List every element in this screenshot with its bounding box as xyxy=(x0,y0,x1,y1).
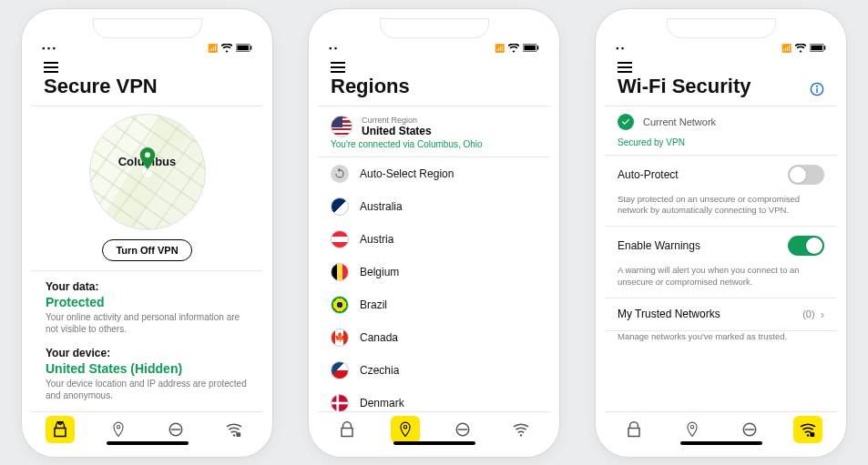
page-title: Wi-Fi Security xyxy=(605,73,764,106)
enable-warnings-desc: A warning will alert you when you connec… xyxy=(605,265,837,298)
show-ip-link[interactable]: Show My Current IP xyxy=(31,404,263,411)
phone-secure-vpn: ▪ ▪ ▪ 📶 Secure VPN Columbus xyxy=(22,9,272,457)
auto-protect-row: Auto-Protect xyxy=(605,156,837,194)
region-item-czechia[interactable]: Czechia xyxy=(318,354,550,387)
svg-rect-21 xyxy=(811,45,822,51)
statusbar-carrier: ▪ ▪ ▪ xyxy=(42,44,56,53)
region-item-label: Belgium xyxy=(360,266,399,278)
home-indicator[interactable] xyxy=(393,441,475,445)
your-data-desc: Your online activity and personal inform… xyxy=(46,311,249,336)
tab-wifi[interactable] xyxy=(793,416,822,443)
your-device-label: Your device: xyxy=(46,347,249,359)
status-bar: ▪ ▪ 📶 xyxy=(605,38,837,58)
tab-block[interactable] xyxy=(448,416,477,443)
tab-vpn[interactable] xyxy=(619,416,648,443)
page-title: Secure VPN xyxy=(31,73,263,106)
signal-icon: 📶 xyxy=(208,44,218,53)
svg-point-26 xyxy=(690,426,693,429)
chevron-right-icon: › xyxy=(821,308,824,321)
menu-button[interactable] xyxy=(618,62,632,73)
home-indicator[interactable] xyxy=(107,441,189,445)
statusbar-carrier: ▪ ▪ xyxy=(616,44,624,53)
tab-wifi[interactable] xyxy=(506,416,536,443)
flag-austria-icon xyxy=(331,230,349,248)
svg-rect-25 xyxy=(816,87,817,92)
region-item-label: Czechia xyxy=(360,364,399,377)
current-region-row[interactable]: Current Region United States xyxy=(318,106,550,139)
region-item-canada[interactable]: 🍁Canada xyxy=(318,321,550,354)
trusted-networks-count: (0) xyxy=(802,308,814,319)
phone-wifi-security: ▪ ▪ 📶 Wi-Fi Security Current Network Sec… xyxy=(596,9,846,457)
content[interactable]: Current Region United States You're conn… xyxy=(318,106,550,411)
svg-rect-13 xyxy=(332,401,348,404)
secured-text: Secured by VPN xyxy=(605,137,837,155)
tab-vpn[interactable] xyxy=(46,416,75,443)
region-item-label: Canada xyxy=(360,331,398,344)
region-item-austria[interactable]: Austria xyxy=(318,223,550,256)
flag-belgium-icon xyxy=(331,263,349,281)
tab-block[interactable] xyxy=(161,416,190,443)
tab-block[interactable] xyxy=(735,416,764,443)
svg-point-7 xyxy=(233,434,235,436)
trusted-networks-desc: Manage networks you've marked as trusted… xyxy=(605,331,837,352)
svg-rect-8 xyxy=(237,432,241,437)
home-indicator[interactable] xyxy=(680,441,762,445)
status-bar: ▪ ▪ ▪ 📶 xyxy=(31,38,263,58)
battery-icon xyxy=(236,44,252,52)
current-network-label: Current Network xyxy=(643,116,716,127)
your-data-value: Protected xyxy=(46,295,249,309)
trusted-networks-label: My Trusted Networks xyxy=(618,308,720,320)
auto-protect-toggle[interactable] xyxy=(788,165,824,185)
enable-warnings-row: Enable Warnings xyxy=(605,227,837,265)
tab-location[interactable] xyxy=(104,416,133,443)
status-bar: ▪ ▪ 📶 xyxy=(318,38,550,58)
content: Columbus Turn Off VPN Your data: Protect… xyxy=(31,106,263,411)
secured-check-icon xyxy=(618,114,634,130)
auto-select-icon xyxy=(331,165,349,183)
battery-icon xyxy=(810,44,826,52)
map-pin-icon xyxy=(139,147,156,169)
flag-australia-icon xyxy=(331,197,349,216)
region-item-denmark[interactable]: Denmark xyxy=(318,387,550,411)
content: Current Network Secured by VPN Auto-Prot… xyxy=(605,106,837,411)
menu-button[interactable] xyxy=(331,62,345,73)
auto-protect-desc: Stay protected on an unsecure or comprom… xyxy=(605,194,837,227)
region-item-belgium[interactable]: Belgium xyxy=(318,256,550,288)
svg-point-16 xyxy=(403,426,406,429)
svg-rect-1 xyxy=(237,45,248,51)
menu-button[interactable] xyxy=(44,62,58,73)
signal-icon: 📶 xyxy=(495,44,505,53)
wifi-icon xyxy=(795,44,806,53)
svg-rect-2 xyxy=(250,45,251,49)
enable-warnings-label: Enable Warnings xyxy=(618,239,700,252)
page-title: Regions xyxy=(318,73,550,106)
svg-point-4 xyxy=(117,426,119,429)
enable-warnings-toggle[interactable] xyxy=(788,236,824,256)
battery-icon xyxy=(523,44,539,52)
connected-via-text: You're connected via Columbus, Ohio xyxy=(318,139,550,157)
current-region-name: United States xyxy=(362,125,432,137)
auto-select-label: Auto-Select Region xyxy=(360,167,454,180)
svg-rect-11 xyxy=(537,45,538,49)
wifi-icon xyxy=(508,44,519,53)
tab-location[interactable] xyxy=(391,416,420,443)
toggle-vpn-button[interactable]: Turn Off VPN xyxy=(102,239,191,261)
svg-rect-22 xyxy=(824,45,825,49)
trusted-networks-row[interactable]: My Trusted Networks (0) › xyxy=(605,298,837,330)
svg-point-19 xyxy=(520,434,522,436)
signal-icon: 📶 xyxy=(781,44,791,53)
tab-wifi[interactable] xyxy=(220,416,249,443)
tab-vpn[interactable] xyxy=(332,416,362,443)
your-device-value: United States (Hidden) xyxy=(46,361,249,376)
tab-location[interactable] xyxy=(678,416,707,443)
region-item-label: Denmark xyxy=(360,397,404,409)
flag-canada-icon: 🍁 xyxy=(331,329,349,347)
info-icon[interactable] xyxy=(810,82,824,96)
svg-point-24 xyxy=(816,85,818,86)
region-item-brazil[interactable]: Brazil xyxy=(318,288,550,321)
region-item-label: Austria xyxy=(360,233,393,246)
region-item-label: Australia xyxy=(360,200,403,213)
auto-select-region[interactable]: Auto-Select Region xyxy=(318,157,550,190)
region-item-australia[interactable]: Australia xyxy=(318,190,550,223)
flag-czechia-icon xyxy=(331,361,349,379)
